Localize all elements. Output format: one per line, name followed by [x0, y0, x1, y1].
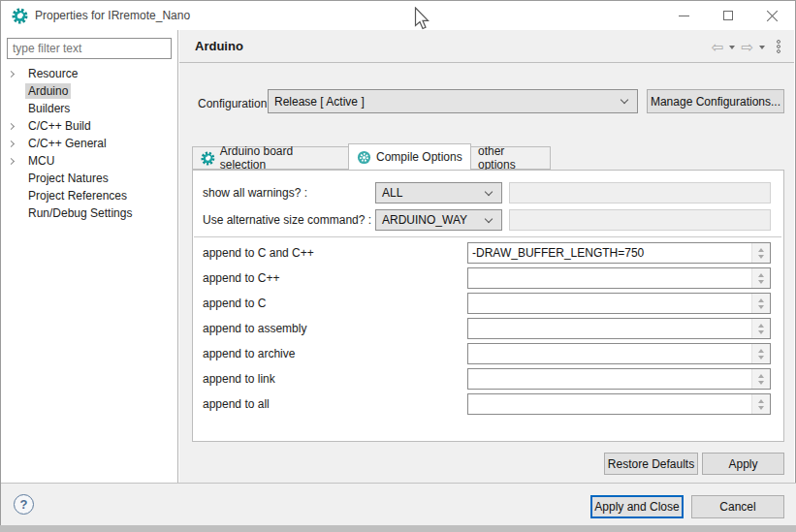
append-archive-field[interactable] — [467, 343, 771, 364]
window-title: Properties for IRremote_Nano — [35, 9, 190, 22]
chevron-down-icon — [485, 214, 493, 222]
append-c-label: append to C — [203, 297, 266, 310]
minimize-button[interactable] — [661, 1, 706, 30]
maximize-icon — [723, 11, 733, 20]
append-all-label: append to all — [203, 397, 270, 411]
help-icon[interactable]: ? — [14, 494, 34, 515]
scroll-spinner[interactable] — [751, 394, 770, 414]
append-link-field[interactable] — [467, 368, 771, 390]
apply-button[interactable]: Apply — [702, 453, 784, 475]
sidebar: Resource Arduino Builders C/C++ Build C/… — [1, 30, 178, 483]
size-command-label: Use alternative size command? : — [203, 213, 371, 227]
properties-dialog: Properties for IRremote_Nano Resource Ar… — [0, 0, 796, 525]
append-cpp-field[interactable] — [467, 267, 771, 289]
scroll-spinner[interactable] — [751, 243, 770, 263]
properties-tree: Resource Arduino Builders C/C++ Build C/… — [1, 65, 177, 222]
bottom-bar: ? Apply and Close Cancel — [1, 483, 796, 525]
page-title: Arduino — [195, 39, 243, 53]
close-icon — [767, 10, 779, 21]
screen: Properties for IRremote_Nano Resource Ar… — [0, 0, 796, 532]
divider — [194, 236, 781, 237]
scroll-spinner[interactable] — [751, 344, 770, 363]
append-assembly-field[interactable] — [467, 318, 771, 339]
tab-other-options[interactable]: other options — [470, 146, 551, 170]
tab-arduino-board-selection[interactable]: Arduino board selection — [192, 146, 349, 170]
warnings-dropdown[interactable]: ALL — [375, 182, 502, 203]
forward-arrow-icon[interactable]: ⇨ — [741, 40, 753, 54]
sidebar-item-builders[interactable]: Builders — [1, 100, 177, 117]
apply-and-close-button[interactable]: Apply and Close — [590, 495, 684, 518]
tab-bar: Arduino board selection Compile Options … — [192, 143, 781, 170]
configuration-dropdown[interactable]: Release [ Active ] — [268, 89, 638, 113]
restore-defaults-button[interactable]: Restore Defaults — [604, 453, 698, 475]
append-assembly-label: append to assembly — [203, 322, 306, 335]
sidebar-item-run-debug-settings[interactable]: Run/Debug Settings — [1, 204, 177, 222]
chevron-right-icon[interactable] — [8, 140, 15, 146]
scroll-spinner[interactable] — [751, 319, 770, 338]
sidebar-item-cpp-general[interactable]: C/C++ General — [1, 135, 177, 152]
close-button[interactable] — [750, 1, 795, 30]
mouse-cursor — [414, 7, 431, 32]
size-command-dropdown[interactable]: ARDUINO_WAY — [375, 209, 502, 231]
append-archive-label: append to archive — [203, 347, 295, 360]
back-dropdown-icon[interactable] — [729, 46, 735, 49]
append-link-label: append to link — [203, 372, 275, 386]
sidebar-item-mcu[interactable]: MCU — [1, 152, 177, 170]
warnings-custom-field — [509, 182, 771, 203]
sidebar-item-arduino[interactable]: Arduino — [1, 82, 177, 100]
back-arrow-icon[interactable]: ⇦ — [712, 40, 724, 54]
size-command-custom-field — [509, 209, 771, 231]
gear-icon — [201, 151, 215, 166]
gear-icon — [357, 150, 371, 165]
cancel-button[interactable]: Cancel — [691, 495, 784, 518]
scroll-spinner[interactable] — [751, 369, 770, 389]
scroll-spinner[interactable] — [751, 268, 770, 288]
chevron-down-icon — [485, 187, 493, 195]
title-bar: Properties for IRremote_Nano — [1, 1, 795, 30]
scroll-spinner[interactable] — [751, 294, 770, 313]
sidebar-item-project-references[interactable]: Project References — [1, 187, 177, 204]
append-c-cpp-label: append to C and C++ — [203, 246, 314, 260]
filter-input[interactable] — [7, 38, 172, 59]
configuration-label: Configuration: — [198, 97, 271, 110]
sidebar-item-resource[interactable]: Resource — [1, 65, 177, 82]
warnings-label: show all warnings? : — [203, 186, 307, 200]
manage-configurations-button[interactable]: Manage Configurations... — [647, 89, 784, 113]
forward-dropdown-icon[interactable] — [759, 46, 765, 49]
desktop-strip — [0, 525, 796, 532]
minimize-icon — [679, 16, 689, 16]
maximize-button[interactable] — [706, 1, 750, 30]
sidebar-item-project-natures[interactable]: Project Natures — [1, 170, 177, 187]
view-menu-icon[interactable] — [777, 40, 780, 53]
sloeber-gear-icon — [12, 8, 28, 24]
chevron-right-icon[interactable] — [8, 157, 15, 164]
page-header: Arduino ⇦ ⇨ — [179, 30, 794, 63]
append-c-cpp-field[interactable] — [467, 242, 771, 264]
append-cpp-label: append to C++ — [203, 271, 279, 285]
append-c-field[interactable] — [467, 293, 771, 314]
append-all-field[interactable] — [467, 393, 771, 415]
tab-compile-options[interactable]: Compile Options — [348, 143, 471, 170]
compile-options-panel: show all warnings? : ALL Use alternative… — [192, 170, 784, 442]
chevron-right-icon[interactable] — [8, 122, 15, 129]
main-panel: Arduino ⇦ ⇨ Configuration: Release [ Act… — [179, 30, 794, 483]
sidebar-item-cpp-build[interactable]: C/C++ Build — [1, 117, 177, 135]
chevron-down-icon — [621, 96, 628, 104]
chevron-right-icon[interactable] — [8, 70, 15, 77]
